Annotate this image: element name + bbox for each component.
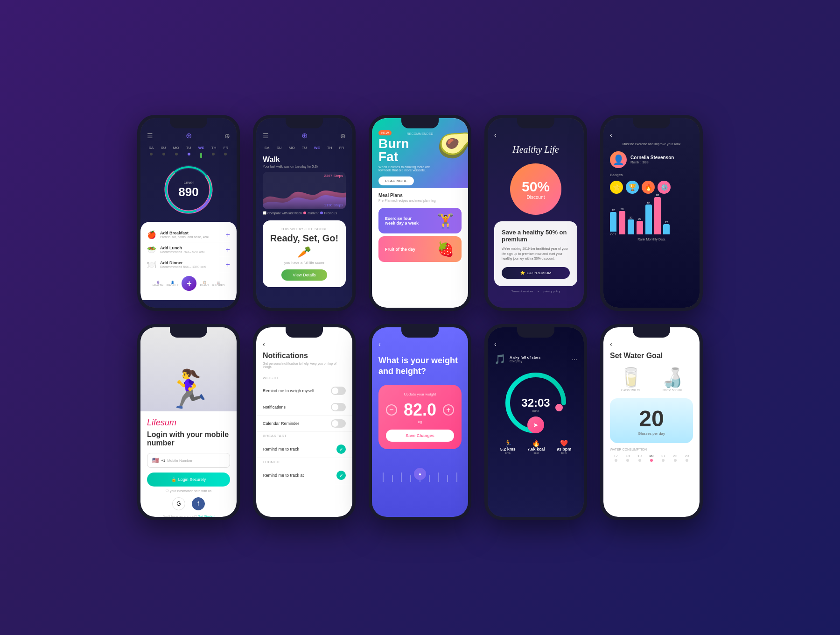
terms-link[interactable]: Terms of services	[511, 290, 533, 293]
bar-7: 22	[663, 221, 670, 236]
phone-water-goal: ‹ Set Water Goal 🥛 Glass 250 ml 🍶 Bottle…	[600, 324, 703, 520]
compare-checkbox[interactable]	[263, 211, 266, 215]
p2-day-su[interactable]: SU	[276, 146, 281, 150]
p2-day-th[interactable]: TH	[327, 146, 332, 150]
read-more-button[interactable]: READ MORE	[378, 176, 414, 185]
save-changes-button[interactable]: Save Changes	[386, 430, 454, 442]
user-profile: 👤 Cornelia Stevenson Rank : 388	[603, 149, 700, 173]
tick6	[429, 475, 430, 482]
p2-day-mo[interactable]: MO	[289, 146, 295, 150]
google-login[interactable]: G	[172, 497, 185, 510]
phone1-screen: ☰ ⊕ ⊕ SA SU MO TU WE TH FR	[140, 118, 237, 308]
dot4-active	[188, 153, 190, 155]
lunch-title: Add Lunch	[160, 246, 226, 250]
activity-time: 32:03	[521, 396, 550, 409]
p2-day-fr[interactable]: FR	[339, 146, 344, 150]
bar-val-2: 50	[621, 208, 624, 211]
phone-notifications: ‹ Notifications Get personal notificatio…	[253, 324, 356, 520]
notifications-toggle[interactable]	[331, 403, 346, 411]
heart-rate-stat: ❤️ 93 bpm bpm	[557, 439, 572, 454]
exercise-card[interactable]: Exercise four week day a week 🏋️	[378, 208, 462, 233]
login-button[interactable]: 🔒 Login Securely	[147, 473, 230, 487]
dinner-item[interactable]: 🍽️ Add Dinner Recommended 544 – 1390 kca…	[147, 257, 230, 272]
country-code: +1	[161, 459, 165, 463]
date-19[interactable]: 19	[637, 454, 642, 462]
p2-menu-icon[interactable]: ☰	[263, 132, 269, 140]
distance-stat: 🏃 5.2 kms kms	[500, 439, 516, 454]
p4-back-button[interactable]: ‹	[488, 118, 584, 142]
p2-settings-icon[interactable]: ⊕	[340, 132, 346, 140]
increase-weight-button[interactable]: +	[443, 404, 454, 416]
p1-meals: 🍎 Add Breakfast Protein, fat, carbs, and…	[140, 222, 237, 300]
settings-icon[interactable]: ⊕	[224, 132, 230, 140]
calendar-toggle[interactable]	[331, 419, 346, 428]
nav-health[interactable]: ⚕️HEALTH	[153, 281, 163, 287]
bar-rect-4	[637, 221, 643, 234]
day-sa[interactable]: SA	[149, 146, 154, 150]
breakfast-add[interactable]: +	[226, 231, 230, 239]
date-20-active[interactable]: 20	[650, 454, 654, 462]
p2-day-sa[interactable]: SA	[265, 146, 270, 150]
p2-days: SA SU MO TU WE TH FR	[256, 144, 352, 152]
date-17[interactable]: 17	[614, 454, 618, 462]
exercise-card-text: Exercise four week day a week	[378, 212, 429, 230]
nav-profile[interactable]: 👤PROFILE	[167, 281, 179, 287]
navigation-arrow[interactable]: ➤	[527, 416, 544, 433]
day-tu[interactable]: TU	[186, 146, 191, 150]
day-su[interactable]: SU	[161, 146, 166, 150]
day-mo[interactable]: MO	[173, 146, 179, 150]
breakfast-item[interactable]: 🍎 Add Breakfast Protein, fat, carbs, and…	[147, 227, 230, 242]
notifications-item: Notifications	[256, 399, 352, 416]
lunch-item[interactable]: 🥗 Add Lunch Recommended 760 – 920 kcal +	[147, 242, 230, 257]
glass-icon: 🥛	[619, 367, 643, 388]
exercise-card-img: 🏋️	[429, 208, 462, 233]
slider-button[interactable]: ▲	[414, 468, 426, 480]
remind-weigh-toggle[interactable]	[331, 387, 346, 395]
breakfast-check[interactable]: ✓	[336, 444, 346, 454]
p10-back-button[interactable]: ‹	[603, 327, 700, 352]
bar-rect-3	[628, 219, 634, 234]
bar-3: 32	[628, 216, 634, 236]
date-21[interactable]: 21	[661, 454, 665, 462]
phones-grid: ☰ ⊕ ⊕ SA SU MO TU WE TH FR	[109, 87, 731, 548]
p9-back-button[interactable]: ‹	[488, 327, 584, 352]
day-we[interactable]: WE	[198, 146, 204, 150]
menu-icon[interactable]: ☰	[147, 132, 153, 140]
calories-val: 7.6k kcal	[527, 447, 545, 452]
music-more-icon[interactable]: ···	[572, 355, 577, 363]
weight-title: What is your weight and height?	[372, 352, 468, 381]
p2-day-we[interactable]: WE	[314, 146, 320, 150]
p8-back-button[interactable]: ‹	[372, 327, 468, 352]
nav-plans[interactable]: 📋PLANS	[200, 281, 209, 287]
date-22[interactable]: 22	[673, 454, 677, 462]
p7-back-button[interactable]: ‹	[256, 327, 352, 352]
privacy-link[interactable]: privacy policy	[543, 290, 560, 293]
glass-option[interactable]: 🥛 Glass 250 ml	[619, 367, 643, 392]
decrease-weight-button[interactable]: −	[386, 404, 397, 416]
date-23[interactable]: 23	[685, 454, 689, 462]
get-started-link[interactable]: Get Started	[198, 515, 215, 517]
lunch-check[interactable]: ✓	[336, 471, 346, 480]
day-th[interactable]: TH	[211, 146, 217, 150]
secure-text: your information safe with us	[170, 489, 211, 493]
facebook-login[interactable]: f	[192, 497, 205, 510]
nav-recipes[interactable]: 📖RECIPES	[212, 281, 224, 287]
day-fr[interactable]: FR	[224, 146, 229, 150]
bottle-option[interactable]: 🍶 Bottle 500 ml	[661, 367, 684, 392]
lunch-add[interactable]: +	[226, 246, 230, 254]
phone2-screen: ☰ ⊕ ⊕ SA SU MO TU WE TH FR Walk Your las…	[256, 118, 352, 308]
fruit-card-img: 🍓	[429, 236, 462, 262]
fruit-card[interactable]: Fruit of the day 🍓	[378, 236, 462, 262]
date-18[interactable]: 18	[626, 454, 630, 462]
dinner-add[interactable]: +	[226, 261, 230, 269]
p5-back-button[interactable]: ‹	[603, 118, 700, 142]
nav-add[interactable]: +	[182, 276, 196, 291]
phone10-screen: ‹ Set Water Goal 🥛 Glass 250 ml 🍶 Bottle…	[603, 327, 700, 517]
chart-label: Rank Monthly Data	[610, 236, 693, 243]
go-premium-button[interactable]: ⭐ GO PREMIUM	[502, 267, 570, 279]
weight-scale: 72 kg ▲	[378, 454, 462, 482]
p2-day-tu[interactable]: TU	[302, 146, 307, 150]
phone-input[interactable]: 🇺🇸 +1 Mobile Number	[147, 453, 230, 468]
view-details-button[interactable]: View Details	[281, 269, 327, 281]
activity-time-sub: mins	[532, 409, 539, 413]
